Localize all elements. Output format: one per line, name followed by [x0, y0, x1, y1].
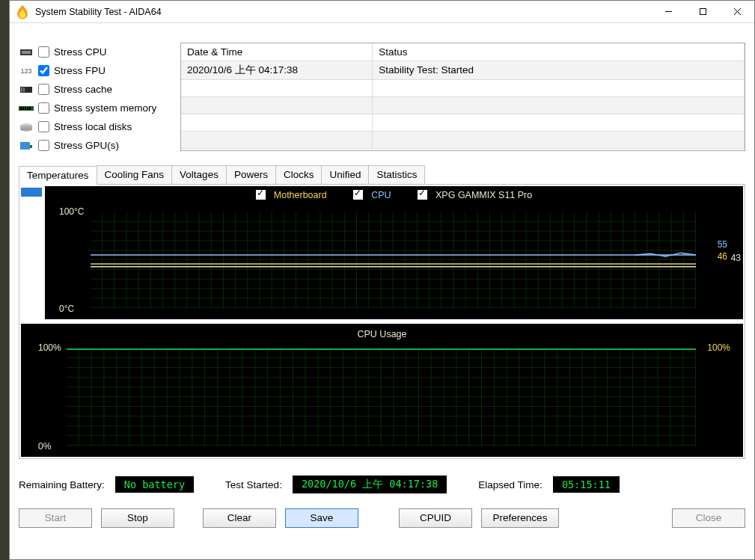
- close-bottom-button[interactable]: Close: [672, 508, 745, 528]
- svg-rect-8: [23, 87, 25, 92]
- fpu-icon: 123: [19, 65, 34, 77]
- legend-check-motherboard[interactable]: [256, 190, 266, 200]
- cpu-current: 100%: [707, 342, 730, 353]
- y-axis-low: 0°C: [59, 304, 74, 314]
- table-row: ..: [181, 114, 745, 131]
- stress-cache-label: Stress cache: [54, 84, 112, 95]
- stress-disk-row[interactable]: Stress local disks: [19, 117, 176, 136]
- stress-gpu-checkbox[interactable]: [38, 140, 49, 151]
- table-row: 2020/10/6 上午 04:17:38 Stability Test: St…: [181, 61, 745, 79]
- status-row: Remaining Battery: No battery Test Start…: [19, 476, 745, 493]
- chart-thumbnail[interactable]: [21, 188, 42, 197]
- started-label: Test Started:: [225, 479, 282, 490]
- stress-fpu-checkbox[interactable]: [38, 65, 49, 76]
- table-row: ..: [181, 131, 745, 148]
- legend-motherboard: Motherboard: [274, 190, 327, 200]
- elapsed-value: 05:15:11: [553, 476, 620, 493]
- cache-icon: [19, 84, 34, 96]
- temperature-chart: Motherboard CPU XPG GAMMIX S11 Pro 100°C…: [45, 186, 743, 319]
- cpu-y-high: 100%: [38, 342, 61, 353]
- stress-cpu-label: Stress CPU: [54, 46, 107, 58]
- svg-point-17: [20, 127, 32, 131]
- preferences-button[interactable]: Preferences: [481, 508, 559, 528]
- start-button[interactable]: Start: [19, 508, 92, 528]
- cell-datetime: 2020/10/6 上午 04:17:38: [181, 61, 373, 79]
- chart-legend: Motherboard CPU XPG GAMMIX S11 Pro: [46, 190, 742, 200]
- maximize-button[interactable]: [685, 1, 720, 23]
- svg-rect-20: [91, 212, 696, 308]
- svg-rect-13: [27, 107, 28, 110]
- tab-statistics[interactable]: Statistics: [368, 165, 425, 184]
- battery-value: No battery: [115, 476, 194, 493]
- tab-voltages[interactable]: Voltages: [171, 165, 227, 184]
- current-ssd-temp: 43: [731, 253, 741, 263]
- stop-button[interactable]: Stop: [101, 508, 174, 528]
- temp-plot: [91, 212, 696, 308]
- svg-rect-24: [67, 348, 696, 446]
- cpuid-button[interactable]: CPUID: [399, 508, 472, 528]
- legend-ssd: XPG GAMMIX S11 Pro: [435, 190, 532, 200]
- minimize-button[interactable]: [651, 1, 685, 23]
- svg-rect-1: [700, 9, 706, 15]
- table-row: ..: [181, 96, 745, 114]
- legend-cpu: CPU: [371, 190, 391, 200]
- application-window: System Stability Test - AIDA64 Stress CP…: [9, 0, 755, 560]
- clear-button[interactable]: Clear: [203, 508, 276, 528]
- elapsed-label: Elapsed Time:: [478, 479, 542, 490]
- stress-memory-label: Stress system memory: [54, 102, 156, 114]
- save-button[interactable]: Save: [285, 508, 358, 528]
- tab-body: Motherboard CPU XPG GAMMIX S11 Pro 100°C…: [19, 184, 745, 459]
- cpu-y-low: 0%: [38, 441, 51, 452]
- stress-gpu-label: Stress GPU(s): [54, 140, 119, 151]
- stress-fpu-row[interactable]: 123 Stress FPU: [19, 61, 176, 80]
- legend-check-cpu[interactable]: [353, 190, 363, 200]
- stress-cache-row[interactable]: Stress cache: [19, 80, 176, 99]
- svg-rect-11: [22, 107, 24, 110]
- stress-options: Stress CPU 123 Stress FPU Stress cache S…: [19, 43, 176, 155]
- cpu-usage-chart: CPU Usage 100% 0% 100%: [21, 324, 743, 457]
- svg-rect-14: [29, 107, 31, 110]
- legend-check-ssd[interactable]: [418, 190, 427, 200]
- tab-unified[interactable]: Unified: [321, 165, 369, 184]
- stress-memory-row[interactable]: Stress system memory: [19, 99, 176, 117]
- titlebar[interactable]: System Stability Test - AIDA64: [10, 1, 754, 23]
- memory-icon: [19, 102, 34, 114]
- stress-memory-checkbox[interactable]: [38, 102, 49, 114]
- stress-disk-label: Stress local disks: [54, 121, 132, 132]
- svg-rect-10: [20, 107, 22, 110]
- battery-label: Remaining Battery:: [19, 479, 105, 490]
- svg-rect-7: [21, 87, 22, 92]
- svg-rect-19: [30, 145, 32, 148]
- cpu-plot: [67, 348, 696, 446]
- table-row: ..: [181, 79, 745, 96]
- stress-cpu-row[interactable]: Stress CPU: [19, 43, 176, 61]
- tab-powers[interactable]: Powers: [226, 165, 276, 184]
- stress-disk-checkbox[interactable]: [38, 121, 49, 132]
- tab-cooling-fans[interactable]: Cooling Fans: [97, 165, 173, 184]
- y-axis-high: 100°C: [59, 206, 85, 217]
- tab-clocks[interactable]: Clocks: [275, 165, 323, 184]
- gpu-icon: [19, 140, 34, 152]
- stress-cpu-checkbox[interactable]: [38, 46, 49, 58]
- svg-rect-12: [25, 107, 26, 110]
- col-datetime[interactable]: Date & Time: [181, 43, 373, 61]
- tab-strip: Temperatures Cooling Fans Voltages Power…: [19, 165, 745, 184]
- app-icon: [14, 4, 31, 20]
- svg-rect-5: [22, 51, 31, 54]
- close-button[interactable]: [720, 1, 754, 23]
- window-title: System Stability Test - AIDA64: [35, 7, 651, 17]
- started-value: 2020/10/6 上午 04:17:38: [293, 476, 447, 493]
- tab-temperatures[interactable]: Temperatures: [19, 166, 97, 185]
- log-grid[interactable]: Date & Time Status 2020/10/6 上午 04:17:38…: [180, 43, 745, 151]
- cpu-chart-title: CPU Usage: [22, 329, 742, 339]
- button-row: Start Stop Clear Save CPUID Preferences …: [19, 508, 745, 528]
- stress-gpu-row[interactable]: Stress GPU(s): [19, 136, 176, 155]
- col-status[interactable]: Status: [373, 43, 745, 61]
- cpu-icon: [19, 46, 34, 58]
- current-cpu-temp: 55: [718, 239, 727, 250]
- chart-thumbnail-column: [21, 186, 45, 319]
- current-mb-temp: 46: [718, 251, 727, 262]
- stress-cache-checkbox[interactable]: [38, 84, 49, 95]
- cell-status: Stability Test: Started: [373, 61, 745, 79]
- disk-icon: [19, 121, 34, 133]
